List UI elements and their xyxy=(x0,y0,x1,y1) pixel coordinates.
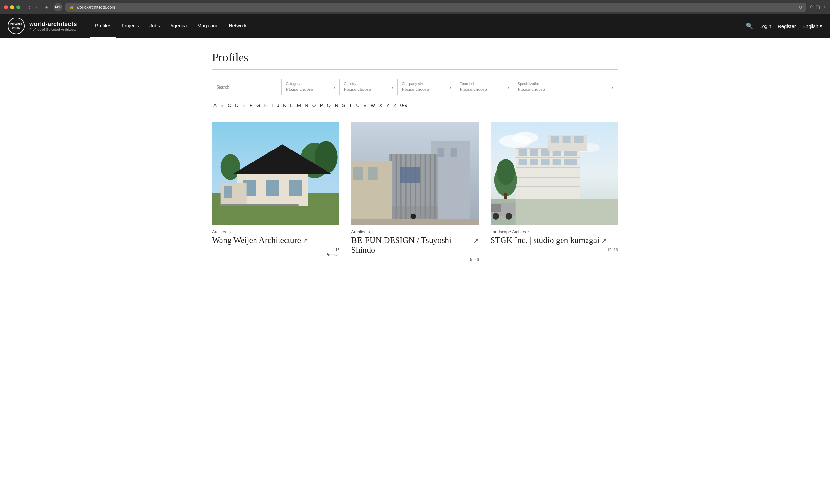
alpha-Z[interactable]: Z xyxy=(392,102,397,108)
alpha-N[interactable]: N xyxy=(304,102,310,108)
svg-rect-63 xyxy=(504,193,507,199)
alpha-U[interactable]: U xyxy=(355,102,361,108)
svg-point-39 xyxy=(512,132,538,144)
company-size-label: Company size xyxy=(398,79,455,86)
back-button[interactable]: ‹ xyxy=(26,3,32,11)
category-select[interactable]: Please choose xyxy=(282,87,340,95)
search-input[interactable] xyxy=(212,79,281,95)
card-3-num2: 16 xyxy=(614,248,618,252)
card-1-title: Wang Weijen Architecture ↗ xyxy=(212,235,340,245)
card-1-link[interactable]: Wang Weijen Architecture xyxy=(212,235,301,245)
nav-projects[interactable]: Projects xyxy=(117,14,144,38)
logo-badge: 20 years online xyxy=(8,18,25,34)
alpha-A[interactable]: A xyxy=(212,102,218,108)
company-size-select[interactable]: Please choose xyxy=(398,87,455,95)
forward-button[interactable]: › xyxy=(33,3,39,11)
svg-rect-59 xyxy=(562,136,570,143)
logo-text: world-architects Profiles of Selected Ar… xyxy=(29,21,77,31)
site-tagline: Profiles of Selected Architects xyxy=(29,28,77,31)
alpha-X[interactable]: X xyxy=(378,102,384,108)
share-button[interactable]: ⎙ xyxy=(809,4,813,11)
close-button[interactable] xyxy=(4,5,8,9)
card-2-num1: 5 xyxy=(470,257,472,262)
alpha-E[interactable]: E xyxy=(241,102,247,108)
svg-rect-66 xyxy=(491,204,501,213)
search-filter xyxy=(212,79,282,95)
alpha-V[interactable]: V xyxy=(362,102,368,108)
alpha-L[interactable]: L xyxy=(289,102,294,108)
register-link[interactable]: Register xyxy=(778,23,796,29)
profile-card-1[interactable]: Architects Wang Weijen Architecture ↗ 15… xyxy=(212,122,340,262)
alpha-T[interactable]: T xyxy=(348,102,353,108)
specialization-filter: Specialization Please choose ▾ xyxy=(514,79,618,95)
svg-point-68 xyxy=(506,213,512,220)
alphabet-nav: A B C D E F G H I J K L M N O P Q R S T … xyxy=(212,102,618,108)
alpha-D[interactable]: D xyxy=(234,102,240,108)
nav-jobs[interactable]: Jobs xyxy=(144,14,165,38)
alpha-H[interactable]: H xyxy=(263,102,269,108)
alpha-M[interactable]: M xyxy=(295,102,302,108)
filters-bar: Category Please choose ▾ Country Please … xyxy=(212,79,618,95)
new-tab-button[interactable]: ⧉ xyxy=(816,4,820,11)
svg-rect-48 xyxy=(530,149,538,156)
founded-select[interactable]: Please choose xyxy=(456,87,514,95)
alpha-O[interactable]: O xyxy=(311,102,317,108)
alpha-S[interactable]: S xyxy=(341,102,347,108)
svg-rect-32 xyxy=(353,167,363,180)
alpha-W[interactable]: W xyxy=(369,102,376,108)
card-1-category: Architects xyxy=(212,229,340,234)
reload-button[interactable]: ↻ xyxy=(798,4,802,10)
main-content: Profiles Category Please choose ▾ Countr… xyxy=(204,38,626,282)
alpha-F[interactable]: F xyxy=(248,102,254,108)
card-2-meta: 5 26 xyxy=(351,257,479,262)
card-3-title: STGK Inc. | studio gen kumagai ↗ xyxy=(490,235,618,245)
profile-image-3 xyxy=(490,122,618,225)
nav-agenda[interactable]: Agenda xyxy=(165,14,192,38)
nav-profiles[interactable]: Profiles xyxy=(90,14,117,38)
sidebar-button[interactable]: ⊞ xyxy=(42,4,51,11)
alpha-P[interactable]: P xyxy=(318,102,324,108)
alpha-K[interactable]: K xyxy=(282,102,288,108)
svg-rect-12 xyxy=(221,204,298,206)
profile-image-2 xyxy=(351,122,479,225)
svg-rect-36 xyxy=(351,219,479,225)
country-select[interactable]: Please choose xyxy=(340,87,397,95)
browser-nav: ‹ › xyxy=(26,3,39,11)
nav-magazine[interactable]: Magazine xyxy=(192,14,224,38)
card-2-link[interactable]: BE-FUN DESIGN / Tsuyoshi Shindo xyxy=(351,235,471,255)
more-button[interactable]: + xyxy=(823,4,826,11)
alpha-Q[interactable]: Q xyxy=(325,102,332,108)
svg-rect-28 xyxy=(401,167,420,183)
category-label: Category xyxy=(282,79,340,86)
fullscreen-button[interactable] xyxy=(16,5,21,9)
search-icon[interactable]: 🔍 xyxy=(746,22,753,30)
founded-filter: Founded Please choose ▾ xyxy=(456,79,514,95)
card-3-link[interactable]: STGK Inc. | studio gen kumagai xyxy=(490,235,600,245)
alpha-C[interactable]: C xyxy=(226,102,232,108)
svg-rect-53 xyxy=(530,159,538,165)
profile-card-2[interactable]: Architects BE-FUN DESIGN / Tsuyoshi Shin… xyxy=(351,122,479,262)
alpha-J[interactable]: J xyxy=(276,102,281,108)
adblock-button[interactable]: ABP xyxy=(54,3,62,11)
external-link-icon: ↗ xyxy=(303,237,308,245)
svg-rect-46 xyxy=(515,187,580,187)
card-2-num2: 26 xyxy=(474,257,479,262)
alpha-R[interactable]: R xyxy=(333,102,340,108)
minimize-button[interactable] xyxy=(10,5,14,9)
alpha-Y[interactable]: Y xyxy=(385,102,391,108)
profile-card-3[interactable]: Landscape Architects STGK Inc. | studio … xyxy=(490,122,618,262)
nav-network[interactable]: Network xyxy=(224,14,252,38)
specialization-select[interactable]: Please choose xyxy=(514,87,618,95)
language-selector[interactable]: English ▾ xyxy=(802,23,822,29)
url-text: world-architects.com xyxy=(76,5,115,10)
alpha-09[interactable]: 0-9 xyxy=(399,102,409,108)
company-size-filter: Company size Please choose ▾ xyxy=(398,79,456,95)
login-link[interactable]: Login xyxy=(759,23,771,29)
url-bar[interactable]: 🔒 world-architects.com ↻ xyxy=(65,3,806,12)
alpha-G[interactable]: G xyxy=(255,102,262,108)
svg-rect-54 xyxy=(541,159,549,165)
logo-area[interactable]: 20 years online world-architects Profile… xyxy=(8,18,77,34)
browser-actions: ⎙ ⧉ + xyxy=(809,4,826,11)
alpha-B[interactable]: B xyxy=(219,102,225,108)
alpha-I[interactable]: I xyxy=(270,102,274,108)
